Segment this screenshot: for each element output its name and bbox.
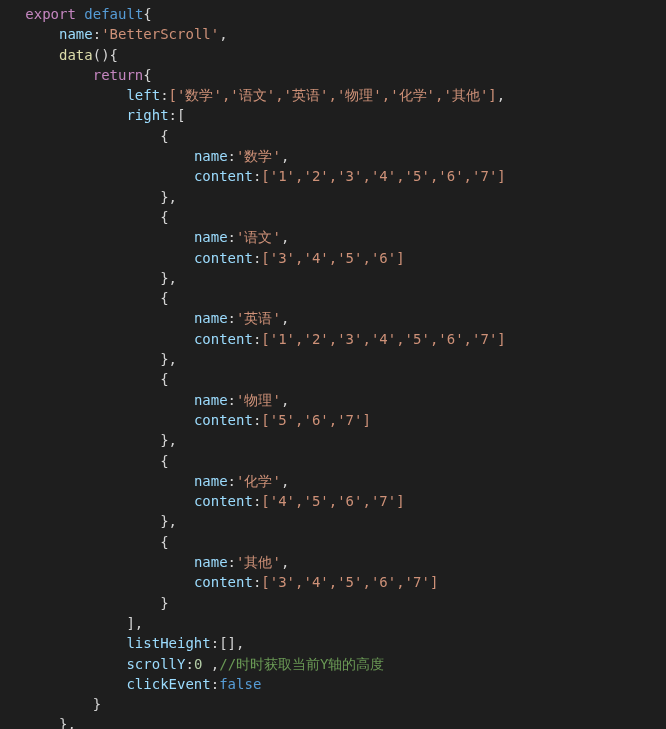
prop-name: name [194,554,228,570]
code-line: content:['5','6','7'] [0,412,371,428]
prop-content: content [194,574,253,590]
prop-listheight: listHeight [126,635,210,651]
array-literal: ['3','4','5','6'] [261,250,404,266]
string: '英语' [236,310,281,326]
code-line: name:'物理', [0,392,289,408]
prop-left: left [126,87,160,103]
code-line: { [0,209,169,225]
prop-name: name [194,229,228,245]
code-line: }, [0,270,177,286]
code-line: content:['3','4','5','6'] [0,250,405,266]
code-line: name:'其他', [0,554,289,570]
code-line: name:'英语', [0,310,289,326]
code-line: }, [0,716,76,729]
array-literal: ['1','2','3','4','5','6','7'] [261,331,505,347]
array-literal: ['数学','语文','英语','物理','化学','其他'] [169,87,497,103]
string: 'BetterScroll' [101,26,219,42]
code-line: name:'数学', [0,148,289,164]
code-editor[interactable]: export default{ name:'BetterScroll', dat… [0,0,666,729]
prop-scrolly: scrollY [126,656,185,672]
code-line: export default{ [0,6,152,22]
string: '其他' [236,554,281,570]
code-line: name:'语文', [0,229,289,245]
code-line: name:'BetterScroll', [0,26,228,42]
code-line: content:['4','5','6','7'] [0,493,405,509]
number: 0 [194,656,202,672]
code-line: }, [0,513,177,529]
code-line: { [0,128,169,144]
prop-content: content [194,250,253,266]
prop-name: name [194,148,228,164]
fn-data: data [59,47,93,63]
code-line: { [0,453,169,469]
code-line: right:[ [0,107,185,123]
code-line: }, [0,189,177,205]
code-line: data(){ [0,47,118,63]
code-line: content:['3','4','5','6','7'] [0,574,438,590]
prop-content: content [194,331,253,347]
prop-content: content [194,412,253,428]
keyword-export: export [25,6,76,22]
code-line: return{ [0,67,152,83]
code-line: } [0,595,169,611]
prop-clickevent: clickEvent [126,676,210,692]
prop-name: name [59,26,93,42]
string: '语文' [236,229,281,245]
string: '物理' [236,392,281,408]
code-line: { [0,534,169,550]
keyword-return: return [93,67,144,83]
prop-content: content [194,493,253,509]
code-line: name:'化学', [0,473,289,489]
code-line: scrollY:0 ,//时时获取当前Y轴的高度 [0,656,385,672]
keyword-false: false [219,676,261,692]
prop-name: name [194,392,228,408]
prop-right: right [126,107,168,123]
code-line: content:['1','2','3','4','5','6','7'] [0,331,506,347]
code-line: } [0,696,101,712]
code-line: clickEvent:false [0,676,261,692]
array-literal: ['3','4','5','6','7'] [261,574,438,590]
array-literal: ['4','5','6','7'] [261,493,404,509]
code-line: ], [0,615,143,631]
string: '数学' [236,148,281,164]
prop-content: content [194,168,253,184]
keyword-default: default [84,6,143,22]
code-line: listHeight:[], [0,635,244,651]
code-line: }, [0,432,177,448]
array-literal: ['1','2','3','4','5','6','7'] [261,168,505,184]
comment: //时时获取当前Y轴的高度 [219,656,384,672]
prop-name: name [194,310,228,326]
code-line: content:['1','2','3','4','5','6','7'] [0,168,506,184]
string: '化学' [236,473,281,489]
code-line: }, [0,351,177,367]
array-literal: ['5','6','7'] [261,412,371,428]
array-literal: [] [219,635,236,651]
code-line: { [0,371,169,387]
prop-name: name [194,473,228,489]
code-line: left:['数学','语文','英语','物理','化学','其他'], [0,87,505,103]
code-line: { [0,290,169,306]
